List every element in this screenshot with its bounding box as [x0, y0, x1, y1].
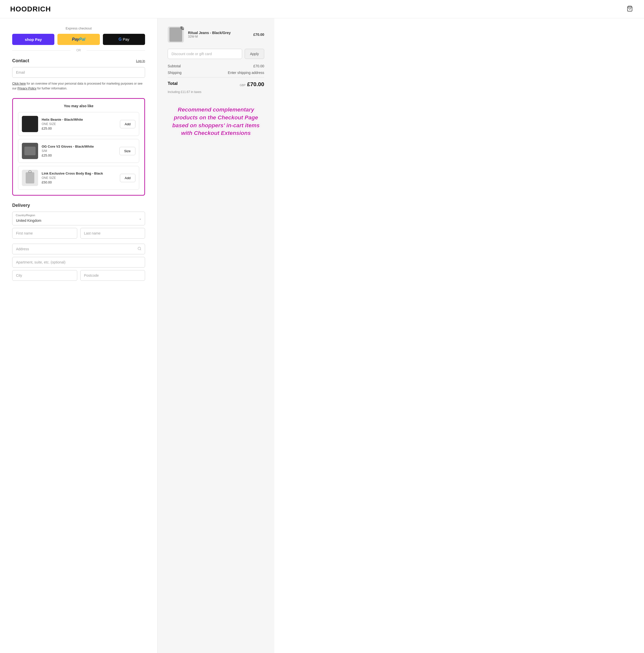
order-item-thumb: 1: [168, 26, 184, 43]
shipping-label: Shipping: [168, 71, 182, 75]
express-buttons: shop Pay PayPal G Pay: [12, 34, 145, 45]
total-amount: £70.00: [247, 81, 264, 88]
express-checkout-section: Express checkout shop Pay PayPal G Pay O…: [12, 26, 145, 52]
shipping-value: Enter shipping address: [228, 71, 264, 75]
last-name-input[interactable]: [80, 228, 145, 239]
product-price: £25.00: [42, 126, 120, 130]
add-product-2-button[interactable]: Add: [120, 174, 135, 182]
right-panel: 1 Ritual Jeans - Black/Grey 32W-M £70.00…: [157, 18, 274, 653]
cart-button[interactable]: [626, 5, 634, 14]
order-item-price: £70.00: [253, 32, 264, 37]
main-layout: Express checkout shop Pay PayPal G Pay O…: [0, 18, 644, 653]
postcode-field: [80, 270, 145, 281]
address-field: [12, 244, 145, 255]
shipping-line: Shipping Enter shipping address: [168, 71, 264, 75]
header: HOODRICH: [0, 0, 644, 18]
order-item-variant: 32W-M: [188, 35, 253, 39]
apply-button[interactable]: Apply: [245, 49, 264, 59]
order-item-name: Ritual Jeans - Black/Grey: [188, 31, 253, 35]
shop-pay-button[interactable]: shop Pay: [12, 34, 54, 45]
privacy-text-3: for further information.: [36, 87, 67, 90]
recommendations-box: You may also like Helix Beanie - Black/W…: [12, 98, 145, 196]
product-name: Link Exclusive Cross Body Bag - Black: [42, 171, 120, 175]
delivery-section: Delivery Country/Region United Kingdom U…: [12, 203, 145, 283]
email-input[interactable]: [12, 67, 145, 78]
total-line: Total GBP £70.00: [168, 77, 264, 88]
svg-line-2: [140, 249, 141, 250]
svg-point-1: [138, 247, 141, 250]
apartment-input[interactable]: [12, 257, 145, 268]
logo: HOODRICH: [10, 5, 51, 13]
last-name-field: [80, 228, 145, 239]
product-size: ONE SIZE: [42, 122, 120, 126]
product-size: S/M: [42, 149, 119, 153]
first-name-input[interactable]: [12, 228, 77, 239]
list-item: OG Core V2 Gloves - Black/White S/M £25.…: [18, 139, 139, 163]
subtotal-line: Subtotal £70.00: [168, 64, 264, 68]
product-name: OG Core V2 Gloves - Black/White: [42, 145, 119, 148]
order-item: 1 Ritual Jeans - Black/Grey 32W-M £70.00: [168, 26, 264, 43]
gpay-button[interactable]: G Pay: [103, 34, 145, 45]
contact-section: Contact Log in Click here for an overvie…: [12, 58, 145, 91]
discount-row: Apply: [168, 49, 264, 59]
promo-text: Recommend complementary products on the …: [168, 106, 264, 137]
delivery-header: Delivery: [12, 203, 145, 208]
discount-input[interactable]: [168, 49, 242, 59]
subtotal-value: £70.00: [253, 64, 264, 68]
product-thumb-bag: [22, 170, 38, 186]
city-field: [12, 270, 77, 281]
delivery-title: Delivery: [12, 203, 30, 208]
recommendations-title: You may also like: [18, 104, 139, 108]
name-row: [12, 228, 145, 241]
gpay-label: G Pay: [119, 37, 129, 42]
promo-text-box: Recommend complementary products on the …: [168, 106, 264, 137]
city-input[interactable]: [12, 270, 77, 281]
total-currency: GBP: [240, 83, 245, 87]
first-name-field: [12, 228, 77, 239]
product-thumb-gloves: [22, 143, 38, 159]
city-postcode-row: [12, 270, 145, 283]
express-checkout-label: Express checkout: [12, 26, 145, 30]
tax-note: Including £11.67 in taxes: [168, 90, 264, 94]
product-price: £25.00: [42, 153, 119, 157]
size-product-1-button[interactable]: Size: [119, 147, 135, 155]
paypal-button[interactable]: PayPal: [57, 34, 100, 45]
total-right: GBP £70.00: [240, 81, 264, 88]
list-item: Helix Beanie - Black/White ONE SIZE £25.…: [18, 112, 139, 136]
privacy-text: Click here for an overview of how your p…: [12, 81, 145, 91]
product-price: £50.00: [42, 180, 120, 184]
total-label: Total: [168, 81, 178, 88]
click-here-link[interactable]: Click here: [12, 82, 26, 86]
country-select-wrapper: Country/Region United Kingdom United Sta…: [12, 212, 145, 225]
product-info: Link Exclusive Cross Body Bag - Black ON…: [42, 171, 120, 184]
postcode-input[interactable]: [80, 270, 145, 281]
contact-title: Contact: [12, 58, 29, 64]
address-input[interactable]: [12, 244, 145, 255]
search-icon: [138, 247, 142, 251]
contact-header: Contact Log in: [12, 58, 145, 64]
add-product-0-button[interactable]: Add: [120, 120, 135, 128]
product-name: Helix Beanie - Black/White: [42, 118, 120, 121]
cart-icon: [627, 9, 633, 13]
product-thumb-beanie: [22, 116, 38, 132]
subtotal-label: Subtotal: [168, 64, 181, 68]
apartment-field: [12, 257, 145, 268]
list-item: Link Exclusive Cross Body Bag - Black ON…: [18, 166, 139, 190]
paypal-label: PayPal: [72, 37, 85, 42]
log-in-link[interactable]: Log in: [136, 59, 145, 63]
page-wrapper: HOODRICH Express checkout shop Pay: [0, 0, 644, 653]
or-divider: OR: [12, 49, 145, 52]
product-info: Helix Beanie - Black/White ONE SIZE £25.…: [42, 118, 120, 130]
left-panel: Express checkout shop Pay PayPal G Pay O…: [0, 18, 157, 653]
shop-pay-label: shop Pay: [25, 38, 42, 42]
privacy-policy-link[interactable]: Privacy Policy: [18, 87, 36, 90]
product-info: OG Core V2 Gloves - Black/White S/M £25.…: [42, 145, 119, 157]
order-item-info: Ritual Jeans - Black/Grey 32W-M: [188, 31, 253, 39]
product-size: ONE SIZE: [42, 176, 120, 179]
country-select[interactable]: United Kingdom United States Germany Fra…: [12, 212, 145, 225]
